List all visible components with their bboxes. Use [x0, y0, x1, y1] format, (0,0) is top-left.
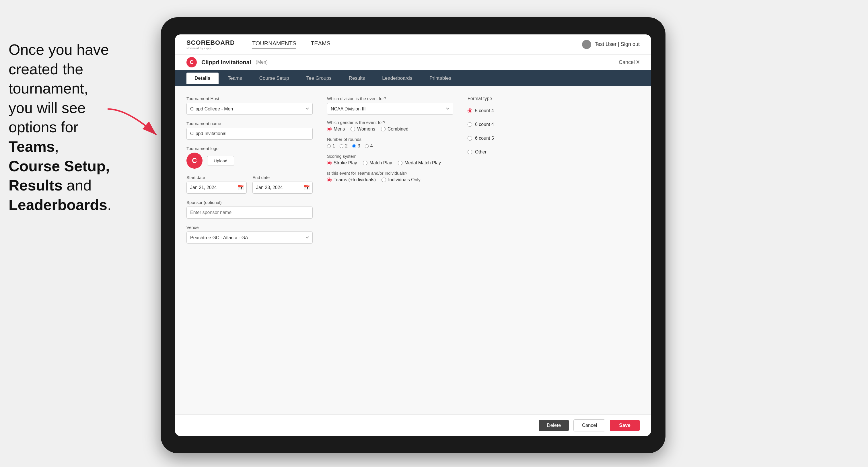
- tab-leaderboards[interactable]: Leaderboards: [374, 72, 420, 84]
- teams-individuals-group: Is this event for Teams and/or Individua…: [327, 171, 453, 182]
- tournament-icon: C: [186, 57, 197, 67]
- tab-details[interactable]: Details: [186, 72, 219, 84]
- format-6count4-label: 6 count 4: [475, 122, 494, 127]
- round-1[interactable]: 1: [327, 144, 335, 149]
- col-middle: Which division is the event for? NCAA Di…: [327, 96, 453, 404]
- nav-teams[interactable]: TEAMS: [311, 40, 331, 49]
- rounds-radio-group: 1 2 3 4: [327, 144, 453, 149]
- top-navigation: SCOREBOARD Powered by clippd TOURNAMENTS…: [175, 34, 651, 55]
- user-signin[interactable]: Test User | Sign out: [595, 41, 640, 47]
- start-date-wrap: 📅: [186, 182, 247, 194]
- format-6count5[interactable]: 6 count 5: [468, 136, 559, 141]
- venue-label: Venue: [186, 225, 313, 230]
- venue-select[interactable]: Peachtree GC - Atlanta - GA: [186, 231, 313, 244]
- logo-area: SCOREBOARD Powered by clippd: [186, 39, 235, 50]
- tournament-name: Clippd Invitational: [202, 59, 251, 66]
- form-area: Tournament Host Clippd College - Men Tou…: [175, 86, 651, 414]
- sponsor-input[interactable]: [186, 207, 313, 219]
- round-3[interactable]: 3: [352, 144, 360, 149]
- format-5count4-label: 5 count 4: [475, 108, 494, 113]
- scoring-group: Scoring system Stroke Play Match Play Me…: [327, 154, 453, 165]
- tournament-host-group: Tournament Host Clippd College - Men: [186, 96, 313, 115]
- gender-radio-group: Mens Womens Combined: [327, 126, 453, 132]
- gender-mens[interactable]: Mens: [327, 126, 345, 132]
- format-other-radio[interactable]: [468, 150, 472, 154]
- bottom-bar: Delete Cancel Save: [175, 414, 651, 436]
- rounds-label: Number of rounds: [327, 137, 453, 142]
- format-other[interactable]: Other: [468, 150, 559, 155]
- scoring-medal-match-play[interactable]: Medal Match Play: [398, 160, 441, 165]
- start-date-calendar-icon[interactable]: 📅: [238, 184, 244, 191]
- format-5count4[interactable]: 5 count 4: [468, 108, 559, 113]
- format-6count5-radio[interactable]: [468, 136, 472, 141]
- tab-results[interactable]: Results: [341, 72, 373, 84]
- nav-links: TOURNAMENTS TEAMS: [252, 40, 331, 49]
- cancel-button[interactable]: Cancel: [574, 419, 605, 431]
- nav-left: SCOREBOARD Powered by clippd TOURNAMENTS…: [186, 39, 331, 50]
- venue-group: Venue Peachtree GC - Atlanta - GA: [186, 225, 313, 244]
- delete-button[interactable]: Delete: [539, 420, 569, 431]
- logo-sub: Powered by clippd: [186, 46, 235, 50]
- nav-tournaments[interactable]: TOURNAMENTS: [252, 40, 296, 49]
- end-date-calendar-icon[interactable]: 📅: [304, 184, 310, 191]
- sponsor-label: Sponsor (optional): [186, 200, 313, 205]
- format-6count4-radio[interactable]: [468, 122, 472, 127]
- teams-individuals-label: Is this event for Teams and/or Individua…: [327, 171, 453, 176]
- scoring-label: Scoring system: [327, 154, 453, 159]
- instruction-text: Once you have created the tournament, yo…: [0, 34, 132, 220]
- tabs-bar: Details Teams Course Setup Tee Groups Re…: [175, 70, 651, 86]
- sponsor-group: Sponsor (optional): [186, 200, 313, 219]
- nav-right: Test User | Sign out: [582, 40, 640, 49]
- scoring-radio-group: Stroke Play Match Play Medal Match Play: [327, 160, 453, 165]
- save-button[interactable]: Save: [610, 420, 640, 431]
- col-left: Tournament Host Clippd College - Men Tou…: [186, 96, 313, 404]
- logo-circle: C: [186, 153, 203, 169]
- round-2[interactable]: 2: [340, 144, 348, 149]
- tablet-screen: SCOREBOARD Powered by clippd TOURNAMENTS…: [175, 34, 651, 436]
- tab-tee-groups[interactable]: Tee Groups: [298, 72, 340, 84]
- col-right: Format type 5 count 4 6 count 4 6 count …: [468, 96, 559, 404]
- tab-course-setup[interactable]: Course Setup: [251, 72, 297, 84]
- start-date-group: Start date 📅: [186, 175, 247, 194]
- individuals-only[interactable]: Individuals Only: [381, 177, 421, 182]
- start-date-label: Start date: [186, 175, 247, 180]
- gender-label: Which gender is the event for?: [327, 120, 453, 125]
- tournament-gender: (Men): [255, 60, 268, 65]
- format-other-label: Other: [475, 150, 487, 155]
- division-group: Which division is the event for? NCAA Di…: [327, 96, 453, 115]
- rounds-group: Number of rounds 1 2 3: [327, 137, 453, 149]
- division-select[interactable]: NCAA Division III: [327, 103, 453, 115]
- round-4[interactable]: 4: [365, 144, 373, 149]
- format-6count4[interactable]: 6 count 4: [468, 122, 559, 127]
- tournament-host-select[interactable]: Clippd College - Men: [186, 103, 313, 115]
- gender-combined[interactable]: Combined: [381, 126, 408, 132]
- logo-upload-area: C Upload: [186, 153, 313, 169]
- format-6count5-label: 6 count 5: [475, 136, 494, 141]
- teams-radio-group: Teams (+Individuals) Individuals Only: [327, 177, 453, 182]
- gender-group: Which gender is the event for? Mens Wome…: [327, 120, 453, 132]
- upload-button[interactable]: Upload: [207, 156, 234, 166]
- tournament-logo-group: Tournament logo C Upload: [186, 146, 313, 169]
- user-avatar: [582, 40, 591, 49]
- end-date-wrap: 📅: [252, 182, 313, 194]
- tournament-name-input[interactable]: [186, 128, 313, 140]
- tournament-host-label: Tournament Host: [186, 96, 313, 101]
- format-5count4-radio[interactable]: [468, 108, 472, 113]
- tournament-title-row: C Clippd Invitational (Men): [186, 57, 268, 67]
- tab-printables[interactable]: Printables: [422, 72, 459, 84]
- scoring-stroke-play[interactable]: Stroke Play: [327, 160, 357, 165]
- tab-teams[interactable]: Teams: [220, 72, 250, 84]
- tablet-device: SCOREBOARD Powered by clippd TOURNAMENTS…: [161, 17, 665, 453]
- tournament-name-label: Tournament name: [186, 121, 313, 126]
- scoring-match-play[interactable]: Match Play: [363, 160, 392, 165]
- tournament-name-group: Tournament name: [186, 121, 313, 140]
- main-content: Tournament Host Clippd College - Men Tou…: [175, 86, 651, 436]
- tournament-header: C Clippd Invitational (Men) Cancel X: [175, 55, 651, 70]
- format-type-label: Format type: [468, 96, 559, 101]
- tournament-logo-label: Tournament logo: [186, 146, 313, 151]
- gender-womens[interactable]: Womens: [350, 126, 375, 132]
- end-date-group: End date 📅: [252, 175, 313, 194]
- cancel-top-button[interactable]: Cancel X: [619, 59, 640, 65]
- date-row: Start date 📅 End date 📅: [186, 175, 313, 194]
- teams-plus-individuals[interactable]: Teams (+Individuals): [327, 177, 376, 182]
